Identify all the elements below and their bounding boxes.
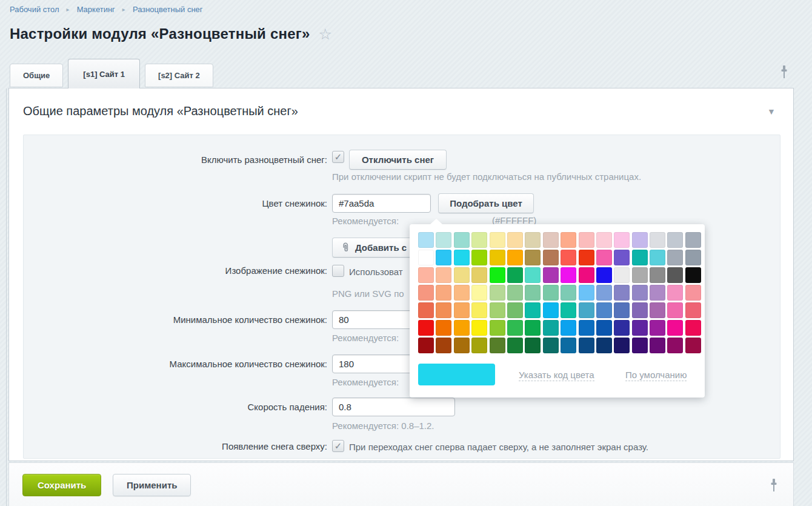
palette-swatch[interactable] xyxy=(490,232,505,248)
palette-swatch[interactable] xyxy=(650,320,665,336)
palette-swatch[interactable] xyxy=(685,338,701,353)
palette-swatch[interactable] xyxy=(543,232,559,248)
palette-swatch[interactable] xyxy=(632,285,648,301)
palette-swatch[interactable] xyxy=(561,302,576,318)
palette-swatch[interactable] xyxy=(507,302,523,318)
palette-swatch[interactable] xyxy=(418,232,434,248)
palette-swatch[interactable] xyxy=(685,250,701,265)
palette-swatch[interactable] xyxy=(596,302,612,318)
palette-swatch[interactable] xyxy=(579,320,594,336)
palette-swatch[interactable] xyxy=(525,250,541,265)
palette-swatch[interactable] xyxy=(596,338,612,353)
palette-swatch[interactable] xyxy=(454,302,470,318)
palette-swatch[interactable] xyxy=(579,250,594,265)
palette-swatch[interactable] xyxy=(436,285,451,301)
palette-swatch[interactable] xyxy=(525,302,541,318)
apply-button[interactable]: Применить xyxy=(113,474,191,496)
palette-swatch[interactable] xyxy=(543,267,559,283)
palette-swatch[interactable] xyxy=(579,338,594,353)
tab-general[interactable]: Общие xyxy=(10,64,63,87)
palette-swatch[interactable] xyxy=(418,267,434,283)
palette-swatch[interactable] xyxy=(561,250,576,265)
palette-swatch[interactable] xyxy=(490,320,505,336)
palette-swatch[interactable] xyxy=(543,285,559,301)
palette-swatch[interactable] xyxy=(650,232,665,248)
palette-swatch[interactable] xyxy=(579,232,594,248)
palette-swatch[interactable] xyxy=(507,338,523,353)
palette-swatch[interactable] xyxy=(543,302,559,318)
palette-swatch[interactable] xyxy=(507,232,523,248)
palette-swatch[interactable] xyxy=(490,338,505,353)
snow-from-top-checkbox[interactable]: ✓ xyxy=(332,440,344,452)
snow-image-checkbox[interactable]: ✓ xyxy=(332,265,344,277)
palette-swatch[interactable] xyxy=(490,302,505,318)
palette-swatch[interactable] xyxy=(454,250,470,265)
palette-swatch[interactable] xyxy=(561,320,576,336)
palette-swatch[interactable] xyxy=(579,267,594,283)
palette-swatch[interactable] xyxy=(507,250,523,265)
palette-swatch[interactable] xyxy=(561,267,576,283)
palette-swatch[interactable] xyxy=(490,267,505,283)
palette-swatch[interactable] xyxy=(596,320,612,336)
save-button[interactable]: Сохранить xyxy=(22,474,101,496)
palette-swatch[interactable] xyxy=(632,338,648,353)
set-color-code-link[interactable]: Указать код цвета xyxy=(519,370,594,381)
palette-swatch[interactable] xyxy=(614,250,630,265)
favorite-star-icon[interactable]: ☆ xyxy=(318,27,331,41)
palette-swatch[interactable] xyxy=(685,232,701,248)
palette-swatch[interactable] xyxy=(436,232,451,248)
palette-swatch[interactable] xyxy=(614,285,630,301)
palette-swatch[interactable] xyxy=(632,320,648,336)
disable-snow-button[interactable]: Отключить снег xyxy=(349,150,447,170)
palette-swatch[interactable] xyxy=(614,338,630,353)
palette-swatch[interactable] xyxy=(471,267,487,283)
palette-swatch[interactable] xyxy=(507,320,523,336)
palette-swatch[interactable] xyxy=(525,267,541,283)
palette-swatch[interactable] xyxy=(525,338,541,353)
palette-swatch[interactable] xyxy=(525,232,541,248)
fall-speed-input[interactable] xyxy=(332,398,455,416)
palette-swatch[interactable] xyxy=(454,320,470,336)
palette-swatch[interactable] xyxy=(614,267,630,283)
breadcrumb-link-marketing[interactable]: Маркетинг xyxy=(77,5,115,14)
palette-swatch[interactable] xyxy=(543,320,559,336)
palette-swatch[interactable] xyxy=(418,338,434,353)
palette-swatch[interactable] xyxy=(507,285,523,301)
palette-swatch[interactable] xyxy=(471,285,487,301)
palette-swatch[interactable] xyxy=(418,285,434,301)
palette-swatch[interactable] xyxy=(418,320,434,336)
palette-swatch[interactable] xyxy=(579,302,594,318)
palette-swatch[interactable] xyxy=(667,232,683,248)
palette-swatch[interactable] xyxy=(418,302,434,318)
palette-swatch[interactable] xyxy=(685,285,701,301)
palette-swatch[interactable] xyxy=(685,267,701,283)
default-color-link[interactable]: По умолчанию xyxy=(625,370,687,381)
palette-swatch[interactable] xyxy=(596,285,612,301)
pick-color-button[interactable]: Подобрать цвет xyxy=(438,193,534,213)
palette-swatch[interactable] xyxy=(667,250,683,265)
palette-swatch[interactable] xyxy=(650,250,665,265)
palette-swatch[interactable] xyxy=(471,320,487,336)
palette-swatch[interactable] xyxy=(614,302,630,318)
palette-swatch[interactable] xyxy=(436,302,451,318)
palette-swatch[interactable] xyxy=(579,285,594,301)
palette-swatch[interactable] xyxy=(632,302,648,318)
palette-swatch[interactable] xyxy=(471,250,487,265)
palette-swatch[interactable] xyxy=(436,338,451,353)
palette-swatch[interactable] xyxy=(543,250,559,265)
palette-swatch[interactable] xyxy=(667,338,683,353)
breadcrumb-link-desktop[interactable]: Рабочий стол xyxy=(10,5,59,14)
palette-swatch[interactable] xyxy=(436,250,451,265)
palette-swatch[interactable] xyxy=(471,302,487,318)
palette-swatch[interactable] xyxy=(667,267,683,283)
palette-swatch[interactable] xyxy=(632,232,648,248)
palette-swatch[interactable] xyxy=(650,267,665,283)
palette-swatch[interactable] xyxy=(596,267,612,283)
palette-swatch[interactable] xyxy=(667,302,683,318)
palette-swatch[interactable] xyxy=(490,250,505,265)
pin-icon[interactable] xyxy=(780,65,788,82)
palette-swatch[interactable] xyxy=(596,232,612,248)
palette-swatch[interactable] xyxy=(525,320,541,336)
palette-swatch[interactable] xyxy=(650,338,665,353)
palette-swatch[interactable] xyxy=(685,302,701,318)
